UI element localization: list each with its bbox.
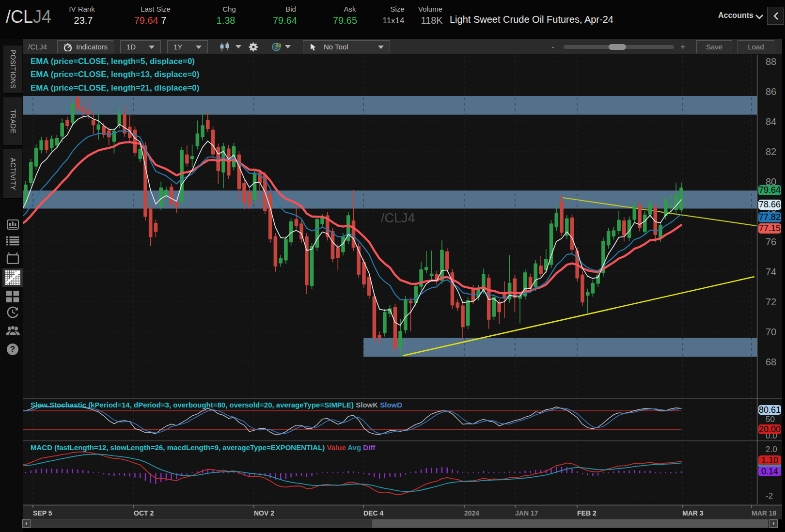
svg-text:/CLJ4: /CLJ4 xyxy=(381,211,415,225)
